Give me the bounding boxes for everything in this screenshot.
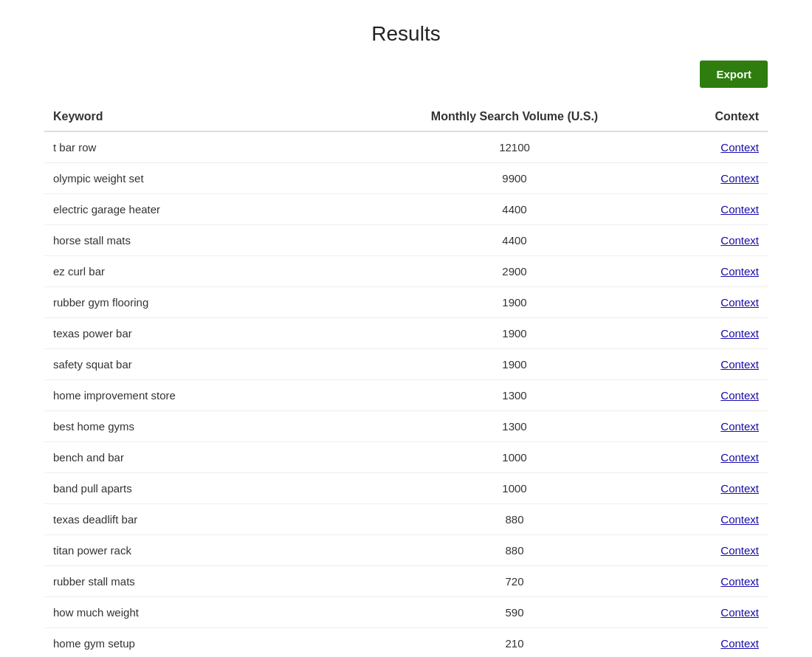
table-row: texas deadlift bar880Context xyxy=(44,504,768,535)
volume-cell: 1900 xyxy=(406,349,623,380)
volume-cell: 1300 xyxy=(406,380,623,411)
table-row: band pull aparts1000Context xyxy=(44,473,768,504)
table-row: titan power rack880Context xyxy=(44,535,768,566)
context-cell: Context xyxy=(623,256,768,287)
table-row: home gym setup210Context xyxy=(44,628,768,658)
volume-cell: 4400 xyxy=(406,225,623,256)
context-link[interactable]: Context xyxy=(720,482,759,495)
context-link[interactable]: Context xyxy=(720,265,759,278)
context-cell: Context xyxy=(623,287,768,318)
table-row: t bar row12100Context xyxy=(44,131,768,163)
volume-cell: 4400 xyxy=(406,194,623,225)
context-link[interactable]: Context xyxy=(720,637,759,650)
context-cell: Context xyxy=(623,597,768,628)
volume-cell: 2900 xyxy=(406,256,623,287)
volume-cell: 590 xyxy=(406,597,623,628)
table-row: horse stall mats4400Context xyxy=(44,225,768,256)
context-cell: Context xyxy=(623,411,768,442)
context-cell: Context xyxy=(623,349,768,380)
volume-cell: 210 xyxy=(406,628,623,658)
col-header-keyword: Keyword xyxy=(44,103,406,131)
keyword-cell: ez curl bar xyxy=(44,256,406,287)
keyword-cell: olympic weight set xyxy=(44,163,406,194)
table-row: how much weight590Context xyxy=(44,597,768,628)
context-link[interactable]: Context xyxy=(720,575,759,588)
keyword-cell: best home gyms xyxy=(44,411,406,442)
context-cell: Context xyxy=(623,163,768,194)
page-title: Results xyxy=(44,22,768,46)
context-link[interactable]: Context xyxy=(720,513,759,526)
volume-cell: 1300 xyxy=(406,411,623,442)
keyword-cell: home improvement store xyxy=(44,380,406,411)
context-link[interactable]: Context xyxy=(720,296,759,309)
context-link[interactable]: Context xyxy=(720,606,759,619)
context-link[interactable]: Context xyxy=(720,327,759,340)
toolbar: Export xyxy=(44,61,768,88)
export-button[interactable]: Export xyxy=(700,61,768,88)
context-link[interactable]: Context xyxy=(720,141,759,154)
context-link[interactable]: Context xyxy=(720,172,759,185)
keyword-cell: electric garage heater xyxy=(44,194,406,225)
table-body: t bar row12100Contextolympic weight set9… xyxy=(44,131,768,657)
table-row: electric garage heater4400Context xyxy=(44,194,768,225)
keyword-cell: t bar row xyxy=(44,131,406,163)
table-row: safety squat bar1900Context xyxy=(44,349,768,380)
table-row: olympic weight set9900Context xyxy=(44,163,768,194)
context-cell: Context xyxy=(623,194,768,225)
keyword-cell: titan power rack xyxy=(44,535,406,566)
context-cell: Context xyxy=(623,473,768,504)
volume-cell: 1000 xyxy=(406,473,623,504)
volume-cell: 1000 xyxy=(406,442,623,473)
context-cell: Context xyxy=(623,504,768,535)
context-link[interactable]: Context xyxy=(720,544,759,557)
keyword-cell: home gym setup xyxy=(44,628,406,658)
context-link[interactable]: Context xyxy=(720,389,759,402)
table-row: home improvement store1300Context xyxy=(44,380,768,411)
table-row: texas power bar1900Context xyxy=(44,318,768,349)
context-cell: Context xyxy=(623,442,768,473)
context-cell: Context xyxy=(623,131,768,163)
context-link[interactable]: Context xyxy=(720,451,759,464)
keyword-cell: texas deadlift bar xyxy=(44,504,406,535)
table-header: Keyword Monthly Search Volume (U.S.) Con… xyxy=(44,103,768,131)
volume-cell: 1900 xyxy=(406,287,623,318)
table-row: rubber stall mats720Context xyxy=(44,566,768,597)
col-header-volume: Monthly Search Volume (U.S.) xyxy=(406,103,623,131)
volume-cell: 880 xyxy=(406,535,623,566)
context-cell: Context xyxy=(623,628,768,658)
keyword-cell: bench and bar xyxy=(44,442,406,473)
context-cell: Context xyxy=(623,535,768,566)
context-cell: Context xyxy=(623,566,768,597)
results-table: Keyword Monthly Search Volume (U.S.) Con… xyxy=(44,103,768,657)
context-link[interactable]: Context xyxy=(720,234,759,247)
keyword-cell: band pull aparts xyxy=(44,473,406,504)
keyword-cell: texas power bar xyxy=(44,318,406,349)
col-header-context: Context xyxy=(623,103,768,131)
volume-cell: 12100 xyxy=(406,131,623,163)
keyword-cell: rubber gym flooring xyxy=(44,287,406,318)
page-container: Results Export Keyword Monthly Search Vo… xyxy=(0,0,812,657)
volume-cell: 9900 xyxy=(406,163,623,194)
volume-cell: 720 xyxy=(406,566,623,597)
keyword-cell: rubber stall mats xyxy=(44,566,406,597)
table-row: bench and bar1000Context xyxy=(44,442,768,473)
context-link[interactable]: Context xyxy=(720,203,759,216)
table-row: rubber gym flooring1900Context xyxy=(44,287,768,318)
context-cell: Context xyxy=(623,318,768,349)
table-row: best home gyms1300Context xyxy=(44,411,768,442)
table-row: ez curl bar2900Context xyxy=(44,256,768,287)
volume-cell: 880 xyxy=(406,504,623,535)
context-link[interactable]: Context xyxy=(720,358,759,371)
keyword-cell: safety squat bar xyxy=(44,349,406,380)
keyword-cell: horse stall mats xyxy=(44,225,406,256)
keyword-cell: how much weight xyxy=(44,597,406,628)
context-link[interactable]: Context xyxy=(720,420,759,433)
context-cell: Context xyxy=(623,225,768,256)
context-cell: Context xyxy=(623,380,768,411)
table-header-row: Keyword Monthly Search Volume (U.S.) Con… xyxy=(44,103,768,131)
volume-cell: 1900 xyxy=(406,318,623,349)
